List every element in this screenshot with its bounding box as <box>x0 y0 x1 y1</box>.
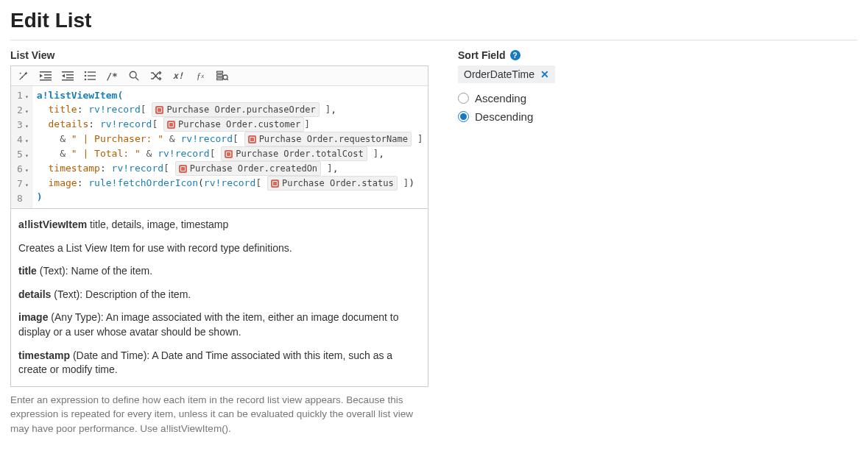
code-content[interactable]: a!listViewItem( title: rv!record[ Purcha… <box>32 86 428 208</box>
fx-icon[interactable]: ƒx <box>194 69 207 82</box>
record-chip[interactable]: Purchase Order.customer <box>163 117 304 132</box>
expression-editor: /* x! ƒx 1▾ 2▾ 3▾ 4▾ 5▾ 6▾ 7▾ 8 a!l <box>10 65 428 387</box>
svg-rect-16 <box>217 75 223 77</box>
svg-point-10 <box>85 75 87 77</box>
svg-rect-15 <box>217 71 223 74</box>
svg-rect-17 <box>217 78 223 80</box>
svg-rect-3 <box>40 79 52 81</box>
svg-rect-6 <box>66 77 74 79</box>
record-chip[interactable]: Purchase Order.status <box>267 176 398 191</box>
comment-icon[interactable]: /* <box>105 69 119 82</box>
svg-point-14 <box>130 71 136 78</box>
svg-rect-13 <box>88 79 96 79</box>
svg-point-8 <box>85 71 87 74</box>
remove-sort-icon[interactable]: ✕ <box>540 68 549 80</box>
editor-toolbar: /* x! ƒx <box>11 66 428 86</box>
indent-left-icon[interactable] <box>39 69 52 82</box>
svg-rect-0 <box>40 71 52 73</box>
shuffle-icon[interactable] <box>149 69 163 82</box>
list-icon[interactable] <box>83 69 96 82</box>
query-icon[interactable] <box>216 69 229 82</box>
sort-field-value[interactable]: OrderDateTime ✕ <box>458 65 555 83</box>
svg-rect-9 <box>88 71 96 72</box>
search-icon[interactable] <box>127 69 141 82</box>
record-chip[interactable]: Purchase Order.purchaseOrder <box>152 102 319 117</box>
svg-rect-1 <box>44 74 52 76</box>
sort-field-label: Sort Field ? <box>458 49 858 61</box>
svg-rect-2 <box>44 77 52 79</box>
expression-hint: Enter an expression to define how each i… <box>10 393 428 436</box>
record-chip[interactable]: Purchase Order.requestorName <box>244 132 412 146</box>
svg-rect-7 <box>62 79 74 81</box>
page-title: Edit List <box>10 9 858 40</box>
record-chip[interactable]: Purchase Order.totalCost <box>221 146 367 161</box>
svg-rect-4 <box>62 71 74 73</box>
indent-right-icon[interactable] <box>61 69 74 82</box>
svg-rect-5 <box>66 74 74 76</box>
divider <box>10 40 858 40</box>
line-gutter: 1▾ 2▾ 3▾ 4▾ 5▾ 6▾ 7▾ 8 <box>11 86 32 208</box>
clear-icon[interactable]: x! <box>172 69 185 82</box>
record-chip[interactable]: Purchase Order.createdOn <box>175 161 321 176</box>
sort-descending-option[interactable]: Descending <box>458 110 858 123</box>
help-icon[interactable]: ? <box>510 50 521 60</box>
list-view-label: List View <box>10 49 428 61</box>
svg-rect-11 <box>88 75 96 76</box>
svg-point-12 <box>85 79 87 81</box>
radio-icon <box>458 93 469 104</box>
wand-icon[interactable] <box>17 69 30 82</box>
radio-icon <box>458 111 469 122</box>
sort-ascending-option[interactable]: Ascending <box>458 92 858 104</box>
doc-panel: a!listViewItem title, details, image, ti… <box>11 208 428 386</box>
